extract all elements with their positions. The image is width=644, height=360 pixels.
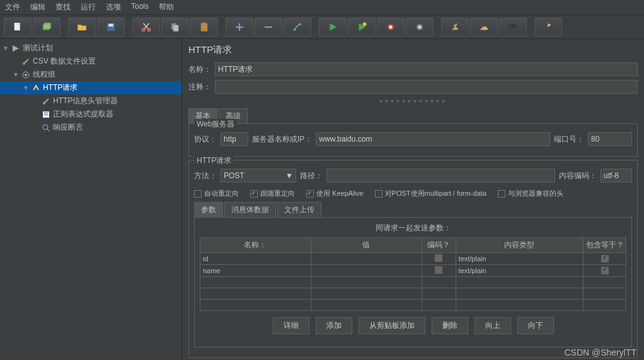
menu-find[interactable]: 查找 <box>55 2 71 13</box>
svg-rect-17 <box>418 25 422 28</box>
table-row[interactable]: name text/plain <box>200 265 626 277</box>
tree-httprequest-label: HTTP请求 <box>43 82 78 93</box>
tree-regex-label: 正则表达式提取器 <box>53 109 113 120</box>
subtab-params[interactable]: 参数 <box>194 202 223 218</box>
down-button[interactable]: 向下 <box>517 317 554 334</box>
chevron-down-icon: ▼ <box>285 171 293 180</box>
clearall-button[interactable] <box>470 18 498 37</box>
paste-button[interactable] <box>190 18 218 37</box>
toggle-button[interactable] <box>284 18 311 37</box>
fn-button[interactable] <box>534 18 562 37</box>
main: ▼测试计划 CSV 数据文件设置 ▼线程组 ▼HTTP请求 HTTP信息头管理器… <box>0 39 644 360</box>
cell-value[interactable] <box>311 265 422 277</box>
comment-input[interactable] <box>215 80 638 94</box>
menu-options[interactable]: 选项 <box>106 2 121 13</box>
method-value: POST <box>224 171 244 180</box>
name-input[interactable] <box>215 62 638 76</box>
save-button[interactable] <box>97 18 125 37</box>
subtab-files[interactable]: 文件上传 <box>277 202 321 218</box>
detail-button[interactable]: 详细 <box>273 317 309 334</box>
templates-button[interactable] <box>33 18 60 37</box>
panel-title: HTTP请求 <box>188 44 638 56</box>
subtab-body[interactable]: 消息体数据 <box>224 202 276 218</box>
path-input[interactable] <box>326 169 555 183</box>
menu-edit[interactable]: 编辑 <box>30 2 45 13</box>
add-clipboard-button[interactable]: 从剪贴板添加 <box>359 317 425 334</box>
svg-point-26 <box>43 125 48 130</box>
cb-autoredirect[interactable]: 自动重定向 <box>194 189 239 198</box>
search-button[interactable] <box>499 18 527 37</box>
toolbar <box>0 15 644 39</box>
enc-input[interactable] <box>601 169 632 183</box>
params-table[interactable]: 名称： 值 编码？ 内容类型 包含等于？ id text/plain <box>200 237 626 311</box>
expand-button[interactable] <box>226 18 253 37</box>
open-button[interactable] <box>68 18 96 37</box>
cb-browsercompat[interactable]: 与浏览器兼容的头 <box>498 189 563 198</box>
method-select[interactable]: POST▼ <box>221 169 296 183</box>
shutdown-button[interactable] <box>406 18 434 37</box>
collapse-button[interactable] <box>255 18 282 37</box>
tree-httprequest[interactable]: ▼HTTP请求 <box>0 81 181 94</box>
tree-csv[interactable]: CSV 数据文件设置 <box>0 55 181 68</box>
cell-enc[interactable] <box>422 265 456 277</box>
menu-tools[interactable]: Tools <box>131 2 149 13</box>
th-eq: 包含等于？ <box>584 238 626 253</box>
cell-eq[interactable] <box>584 253 626 265</box>
tree-regex[interactable]: 正则表达式提取器 <box>0 108 181 121</box>
menu-file[interactable]: 文件 <box>5 2 20 13</box>
tree-testplan-label: 测试计划 <box>23 43 53 53</box>
http-group-title: HTTP请求 <box>194 155 234 166</box>
svg-point-13 <box>363 22 367 26</box>
tree-threadgroup[interactable]: ▼线程组 <box>0 68 181 81</box>
th-ctype: 内容类型 <box>456 238 584 253</box>
table-row[interactable] <box>200 288 626 300</box>
menu-help[interactable]: 帮助 <box>159 2 174 13</box>
add-button[interactable]: 添加 <box>316 317 352 334</box>
svg-point-24 <box>43 102 45 104</box>
start-button[interactable] <box>319 18 347 37</box>
cell-ctype[interactable]: text/plain <box>456 253 584 265</box>
port-input[interactable] <box>588 132 632 146</box>
tree-threadgroup-label: 线程组 <box>33 69 55 80</box>
delete-button[interactable]: 删除 <box>432 317 468 334</box>
stop-button[interactable] <box>377 18 405 37</box>
cb-keepalive[interactable]: 使用 KeepAlive <box>306 189 364 198</box>
cell-value[interactable] <box>311 253 422 265</box>
table-row[interactable] <box>200 277 626 288</box>
copy-button[interactable] <box>161 18 189 37</box>
th-value: 值 <box>311 238 422 253</box>
enc-label: 内容编码： <box>559 171 597 181</box>
clear-button[interactable] <box>441 18 469 37</box>
table-row[interactable] <box>200 300 626 311</box>
up-button[interactable]: 向上 <box>474 317 511 334</box>
th-enc: 编码？ <box>422 238 456 253</box>
new-button[interactable] <box>4 18 32 37</box>
cut-button[interactable] <box>132 18 160 37</box>
comment-label: 注释： <box>188 82 211 93</box>
tree-headermgr[interactable]: HTTP信息头管理器 <box>0 94 181 108</box>
tree-testplan[interactable]: ▼测试计划 <box>0 42 181 55</box>
cb-multipart[interactable]: 对POST使用multipart / form-data <box>375 189 486 198</box>
server-input[interactable] <box>316 132 550 146</box>
cell-name[interactable]: id <box>200 253 311 265</box>
tree-csv-label: CSV 数据文件设置 <box>33 56 96 67</box>
config-panel: HTTP请求 名称： 注释： ▾▾▾▾▾▾▾▾▾▾▾▾ 基本 高级 Web服务器… <box>182 39 644 360</box>
test-plan-tree[interactable]: ▼测试计划 CSV 数据文件设置 ▼线程组 ▼HTTP请求 HTTP信息头管理器… <box>0 39 182 360</box>
cell-eq[interactable] <box>584 265 626 277</box>
protocol-input[interactable] <box>221 132 248 146</box>
menu-run[interactable]: 运行 <box>81 2 96 13</box>
tree-assert[interactable]: 响应断言 <box>0 121 181 134</box>
tree-assert-label: 响应断言 <box>53 122 83 133</box>
cell-enc[interactable] <box>422 253 456 265</box>
cb-followredirect[interactable]: 跟随重定向 <box>250 189 295 198</box>
cell-name[interactable]: name <box>200 265 311 277</box>
svg-rect-8 <box>173 25 178 31</box>
start-notimers-button[interactable] <box>348 18 376 37</box>
name-label: 名称： <box>188 64 211 75</box>
svg-point-21 <box>23 62 25 65</box>
table-row[interactable]: id text/plain <box>200 253 626 265</box>
path-label: 路径： <box>300 171 323 181</box>
cell-ctype[interactable]: text/plain <box>456 265 584 277</box>
server-label: 服务器名称或IP： <box>252 134 312 145</box>
svg-rect-9 <box>201 23 208 31</box>
